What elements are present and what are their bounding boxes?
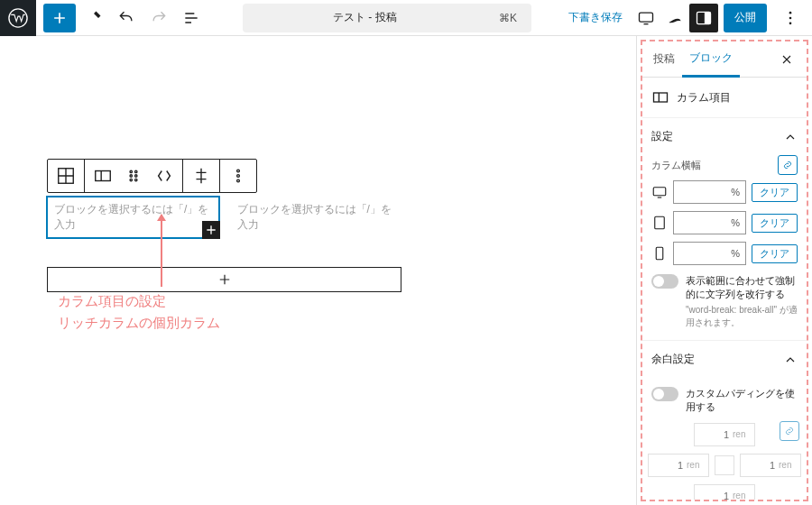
- panel-spacing-toggle[interactable]: 余白設定: [642, 341, 807, 378]
- chevron-up-icon: [783, 353, 798, 367]
- view-desktop-icon[interactable]: [632, 4, 660, 32]
- close-sidebar-button[interactable]: [774, 47, 799, 72]
- undo-button[interactable]: [112, 4, 141, 32]
- document-title-bar[interactable]: テスト - 投稿 ⌘K: [243, 4, 531, 32]
- block-more-icon[interactable]: [220, 160, 256, 192]
- padding-bottom[interactable]: ren: [694, 484, 755, 501]
- svg-point-4: [789, 11, 792, 14]
- svg-point-12: [135, 175, 137, 177]
- svg-point-9: [130, 170, 132, 172]
- width-row-desktop: % クリア: [651, 180, 798, 204]
- padding-control: ren ren ren ren: [651, 423, 798, 501]
- column-item[interactable]: ブロックを選択するには「/」を入力: [230, 197, 402, 238]
- svg-point-15: [237, 170, 240, 172]
- jetpack-icon[interactable]: [660, 4, 689, 32]
- desktop-icon: [651, 184, 668, 200]
- padding-right[interactable]: ren: [740, 454, 801, 477]
- width-row-tablet: % クリア: [651, 211, 798, 234]
- clear-button-mobile[interactable]: クリア: [752, 244, 798, 263]
- block-type-icon[interactable]: [48, 160, 84, 192]
- svg-rect-21: [656, 247, 663, 260]
- column-item-selected[interactable]: ブロックを選択するには「/」を入力: [47, 197, 219, 238]
- add-block-button[interactable]: [43, 4, 76, 32]
- block-toolbar: [47, 159, 257, 193]
- tab-block[interactable]: ブロック: [682, 41, 740, 78]
- tools-button[interactable]: [79, 4, 108, 32]
- more-options-button[interactable]: [776, 4, 805, 32]
- block-appender-button[interactable]: [202, 221, 220, 239]
- svg-rect-18: [654, 93, 668, 102]
- width-field-label: カラム横幅: [651, 159, 701, 172]
- width-input-desktop[interactable]: [674, 187, 725, 197]
- redo-button[interactable]: [144, 4, 173, 32]
- publish-button[interactable]: 公開: [724, 4, 767, 32]
- outline-button[interactable]: [177, 4, 206, 32]
- panel-settings-toggle[interactable]: 設定: [642, 118, 807, 155]
- svg-point-16: [237, 175, 240, 178]
- move-icon[interactable]: [146, 160, 182, 192]
- svg-rect-19: [653, 188, 666, 196]
- annotation-text: カラム項目の設定 リッチカラムの個別カラム: [58, 290, 220, 334]
- tablet-icon: [651, 215, 668, 231]
- svg-rect-1: [640, 13, 653, 22]
- padding-link-button[interactable]: [780, 421, 799, 441]
- mobile-icon: [651, 245, 668, 262]
- svg-point-13: [130, 179, 132, 180]
- svg-point-14: [135, 179, 137, 180]
- svg-rect-20: [655, 216, 665, 229]
- padding-left[interactable]: ren: [648, 454, 709, 477]
- custom-padding-toggle[interactable]: [651, 387, 678, 401]
- force-break-label: 表示範囲に合わせて強制的に文字列を改行する: [686, 274, 798, 300]
- tab-post[interactable]: 投稿: [646, 41, 682, 78]
- padding-top[interactable]: ren: [694, 423, 755, 446]
- column-select-icon[interactable]: [85, 160, 121, 192]
- clear-button-desktop[interactable]: クリア: [752, 183, 798, 202]
- settings-sidebar: 投稿 ブロック カラム項目 設定 カラム横幅: [636, 36, 812, 505]
- drag-handle-icon[interactable]: [121, 160, 146, 192]
- svg-point-10: [135, 170, 137, 172]
- svg-rect-3: [705, 12, 711, 23]
- command-shortcut: ⌘K: [499, 12, 517, 24]
- force-break-help: "word-break: break-all" が適用されます。: [686, 304, 798, 329]
- clear-button-tablet[interactable]: クリア: [752, 214, 798, 233]
- save-draft-link[interactable]: 下書き保存: [568, 10, 623, 25]
- svg-point-6: [789, 22, 792, 24]
- width-input-tablet[interactable]: [674, 217, 725, 228]
- padding-center-icon: [715, 455, 734, 475]
- width-input-mobile[interactable]: [674, 248, 725, 259]
- svg-point-0: [9, 8, 27, 26]
- document-title: テスト - 投稿: [333, 10, 397, 25]
- column-block-icon: [651, 88, 669, 106]
- columns-block: ブロックを選択するには「/」を入力 ブロックを選択するには「/」を入力: [47, 197, 401, 292]
- svg-point-11: [130, 175, 132, 177]
- editor-canvas[interactable]: ブロックを選択するには「/」を入力 ブロックを選択するには「/」を入力 カラム項…: [0, 36, 636, 505]
- force-break-toggle[interactable]: [651, 274, 678, 289]
- svg-rect-8: [96, 171, 111, 181]
- svg-point-17: [237, 179, 240, 182]
- link-values-button[interactable]: [778, 155, 798, 175]
- align-icon[interactable]: [183, 160, 219, 192]
- block-placeholder: ブロックを選択するには「/」を入力: [54, 203, 208, 231]
- chevron-up-icon: [783, 130, 798, 144]
- custom-padding-label: カスタムパディングを使用する: [686, 387, 798, 413]
- sidebar-toggle-button[interactable]: [689, 4, 718, 32]
- block-name-row: カラム項目: [642, 78, 807, 118]
- annotation-arrow: [161, 215, 162, 287]
- block-placeholder: ブロックを選択するには「/」を入力: [237, 203, 392, 231]
- row-appender-button[interactable]: [47, 267, 401, 292]
- width-row-mobile: % クリア: [651, 242, 798, 265]
- wp-logo[interactable]: [0, 0, 36, 36]
- svg-point-5: [789, 16, 792, 19]
